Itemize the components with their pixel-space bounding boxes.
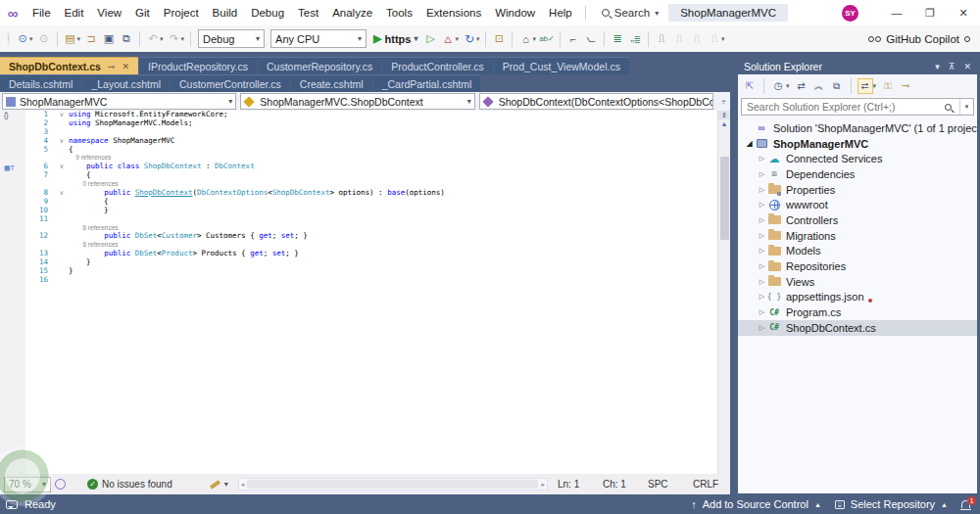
toolbar-grip[interactable]: ⋮⋮ <box>4 34 12 44</box>
tab-customerrepository-cs[interactable]: CustomerRepository.cs <box>258 57 381 74</box>
member-dropdown[interactable]: ShopDbContext(DbContextOptions<ShopDbCon… <box>479 93 713 110</box>
chevron-down-icon[interactable]: ▾ <box>721 35 725 43</box>
menu-window[interactable]: Window <box>488 0 542 25</box>
refresh-icon[interactable]: ⇄ <box>794 78 809 94</box>
tree-item-program-cs[interactable]: ▷C#Program.cs <box>738 304 977 320</box>
code-line[interactable]: 5{ <box>25 146 717 155</box>
github-copilot-button[interactable]: GitHub Copilot <box>868 33 980 45</box>
tree-item-shopdbcontext-cs[interactable]: ▷C#ShopDbContext.cs <box>738 320 977 336</box>
scroll-left-icon[interactable]: ◂ <box>241 481 245 489</box>
navigate-forward-icon[interactable]: ⊙ <box>35 30 53 48</box>
code-line[interactable]: 2using ShopManagerMVC.Models; <box>25 119 717 128</box>
scroll-right-icon[interactable]: ▸ <box>541 481 545 489</box>
chevron-down-icon[interactable]: ▾ <box>455 35 459 43</box>
close-tab-icon[interactable]: ✕ <box>122 62 129 71</box>
chevron-down-icon[interactable]: ▾ <box>160 35 164 43</box>
menu-file[interactable]: File <box>25 0 58 25</box>
format-document-icon[interactable]: ⦦ <box>582 30 600 48</box>
expander-icon[interactable]: ▷ <box>757 262 767 270</box>
chevron-down-icon[interactable]: ▾ <box>873 82 877 90</box>
type-dropdown[interactable]: ShopManagerMVC.ShopDbContext ▾ <box>240 93 474 110</box>
code-line[interactable]: 16 <box>25 276 717 285</box>
tree-item-connected-services[interactable]: ▷☁Connected Services <box>738 151 977 166</box>
search-options-dropdown[interactable]: ▾ <box>959 99 973 115</box>
cursor-indent-icon[interactable]: ⌐ <box>564 30 582 48</box>
project-dropdown[interactable]: ShopManagerMVC ▾ <box>2 93 236 110</box>
document-health-icon[interactable] <box>55 479 66 490</box>
open-folder-icon[interactable]: ⊐ <box>82 30 100 48</box>
tree-item-wwwroot[interactable]: ▷wwwroot <box>738 197 977 212</box>
uncomment-lines-icon[interactable]: ⹂≣ <box>626 30 644 48</box>
avatar[interactable]: SY <box>842 5 858 22</box>
expander-icon[interactable]: ▷ <box>757 308 767 316</box>
spell-check-icon[interactable]: ab✓ <box>538 30 556 48</box>
line-ending-indicator[interactable]: CRLF <box>693 479 726 490</box>
tree-item-shopmanagermvc[interactable]: ◢ShopManagerMVC <box>738 136 977 152</box>
expander-icon[interactable]: ▷ <box>757 201 767 209</box>
menu-help[interactable]: Help <box>542 0 579 25</box>
collapse-all-icon[interactable]: ︽ <box>811 78 827 94</box>
properties-wrench-icon[interactable]: ⚿ <box>880 78 896 94</box>
tree-item-controllers[interactable]: ▷Controllers <box>738 212 977 228</box>
expander-icon[interactable]: ▷ <box>757 155 767 163</box>
tab-iproductrepository-cs[interactable]: IProductRepository.cs <box>139 57 257 74</box>
expander-icon[interactable]: ▷ <box>757 278 767 286</box>
minimize-button[interactable]: — <box>880 0 913 25</box>
chevron-down-icon[interactable]: ▾ <box>786 82 790 90</box>
search-input[interactable] <box>742 101 945 113</box>
tab-shopdbcontext-cs[interactable]: ShopDbContext.cs⊸✕ <box>0 57 138 74</box>
feedback-icon[interactable] <box>6 500 18 509</box>
tab-details-cshtml[interactable]: Details.cshtml <box>0 74 81 92</box>
find-in-files-icon[interactable]: ⊡ <box>490 30 508 48</box>
tab-create-cshtml[interactable]: Create.cshtml <box>291 74 372 92</box>
code-line[interactable]: 12 public DbSet<Customer> Customers { ge… <box>25 232 717 241</box>
menu-test[interactable]: Test <box>291 0 325 25</box>
code-line[interactable]: 8∨ public ShopDbContext(DbContextOptions… <box>25 189 717 198</box>
pin-tab-icon[interactable]: ⊸ <box>108 62 116 71</box>
tree-item-views[interactable]: ▷Views <box>738 274 977 290</box>
fold-collapse-icon[interactable]: ∨ <box>55 163 69 171</box>
pin-icon[interactable]: ⊼ <box>949 62 956 71</box>
code-line[interactable]: 10 } <box>25 207 717 215</box>
code-cleanup-icon[interactable] <box>210 480 220 490</box>
tree-item-appsettings-json[interactable]: ▷{ }appsettings.json <box>738 290 977 305</box>
expander-icon[interactable]: ▷ <box>757 186 767 194</box>
issues-label[interactable]: No issues found <box>102 479 172 490</box>
expander-icon[interactable]: ▷ <box>757 247 767 255</box>
code-line[interactable]: 14 } <box>25 258 717 267</box>
code-line[interactable]: 7 { <box>25 171 717 180</box>
code-editor[interactable]: {᷆} ▦T 1∨using Microsoft.EntityFramework… <box>0 111 730 474</box>
select-repository-button[interactable]: ⌸ Select Repository ▲ <box>835 498 948 510</box>
zoom-dropdown[interactable]: 70 % ▾ <box>4 477 51 492</box>
menu-edit[interactable]: Edit <box>58 0 91 25</box>
next-bookmark-icon[interactable]: ⎍ <box>688 30 706 48</box>
expander-icon[interactable]: ▷ <box>757 324 767 332</box>
menu-git[interactable]: Git <box>128 0 157 25</box>
toggle-bookmark-icon[interactable]: ⎍ <box>653 30 670 48</box>
menu-project[interactable]: Project <box>157 0 206 25</box>
window-position-icon[interactable]: ▾ <box>935 62 940 71</box>
notifications-button[interactable]: 1 <box>961 500 970 508</box>
menu-analyze[interactable]: Analyze <box>325 0 379 25</box>
code-line[interactable]: 15} <box>25 267 717 276</box>
code-line[interactable]: 4∨namespace ShopManagerMVC <box>25 137 717 146</box>
spaces-indicator[interactable]: SPC <box>648 479 693 490</box>
menu-view[interactable]: View <box>90 0 128 25</box>
chevron-down-icon[interactable]: ▾ <box>29 35 33 43</box>
chevron-down-icon[interactable]: ▾ <box>224 480 228 489</box>
save-all-icon[interactable]: ⧉ <box>118 30 135 48</box>
sync-with-active-document-icon[interactable]: ⮂ <box>858 78 873 94</box>
fold-collapse-icon[interactable]: ∨ <box>55 111 69 119</box>
tab-productcontroller-cs[interactable]: ProductController.cs <box>382 57 493 74</box>
expander-icon[interactable]: ◢ <box>744 139 755 148</box>
chevron-down-icon[interactable]: ▾ <box>77 35 81 43</box>
splitter-button[interactable]: ⇕ <box>718 111 730 119</box>
tree-item-dependencies[interactable]: ▷⧈Dependencies <box>738 166 977 182</box>
tab--layout-cshtml[interactable]: _Layout.cshtml <box>82 74 170 92</box>
menu-debug[interactable]: Debug <box>244 0 291 25</box>
expander-icon[interactable]: ▷ <box>757 170 767 178</box>
code-line[interactable]: 11 <box>25 215 717 224</box>
tab-customercontroller-cs[interactable]: CustomerController.cs <box>171 74 290 92</box>
tab-prod-cust-viewmodel-cs[interactable]: Prod_Cust_ViewModel.cs <box>494 57 629 74</box>
comment-lines-icon[interactable]: ≣ <box>609 30 626 48</box>
